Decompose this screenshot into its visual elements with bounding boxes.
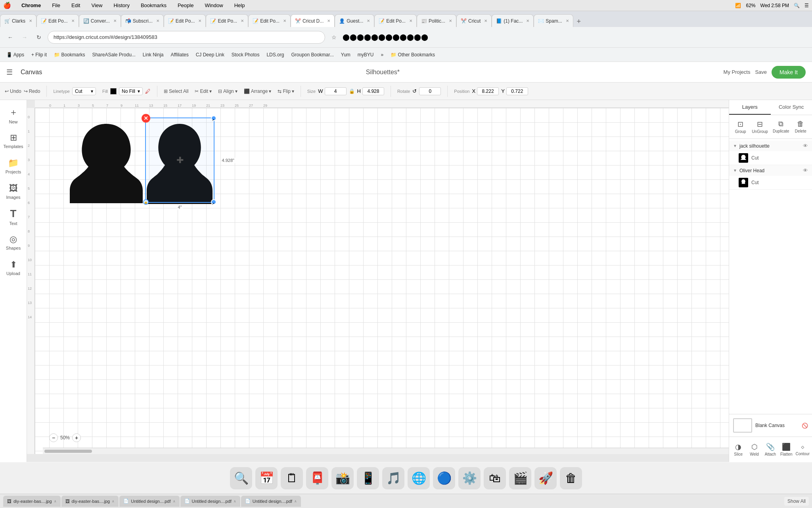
back-button[interactable]: ←: [5, 32, 16, 43]
ft-close-3[interactable]: ∧: [173, 499, 176, 503]
tab-editpo2[interactable]: 📝 Edit Po... ✕: [164, 14, 206, 27]
dock-chrome[interactable]: 🔵: [433, 467, 455, 489]
dock-trash[interactable]: 🗑: [560, 467, 582, 489]
bookmark-mybyu[interactable]: myBYU: [354, 50, 377, 59]
zoom-out-button[interactable]: −: [49, 433, 58, 442]
file-tab-4[interactable]: 📄 Untitled design....pdf ∧: [180, 496, 240, 507]
bookmark-star[interactable]: ☆: [328, 32, 339, 43]
tab-spam[interactable]: ✉️ Spam... ✕: [534, 14, 573, 27]
dock-preferences[interactable]: ⚙️: [458, 467, 481, 489]
tab-cricut2[interactable]: ✂️ Cricut ✕: [456, 14, 492, 27]
tab-editpo3[interactable]: 📝 Edit Po... ✕: [206, 14, 248, 27]
ft-close-5[interactable]: ∧: [294, 499, 297, 503]
tab-politic[interactable]: 📰 Politic... ✕: [417, 14, 456, 27]
arrange-button[interactable]: ⬛ Arrange ▾: [244, 89, 272, 94]
spotlight-icon[interactable]: 🔍: [794, 3, 800, 8]
show-all-button[interactable]: Show All: [784, 497, 809, 506]
tab-close-subscri[interactable]: ✕: [156, 19, 159, 23]
layer-header-jack[interactable]: ▼ jack silhouette 👁: [729, 140, 812, 151]
tab-subscri[interactable]: 📬 Subscri... ✕: [121, 14, 164, 27]
menu-file[interactable]: File: [50, 2, 63, 8]
tab-close-editpo4[interactable]: ✕: [283, 19, 286, 23]
scroll-thumb[interactable]: [44, 450, 92, 453]
close-selection-button[interactable]: ✕: [142, 114, 150, 123]
refresh-button[interactable]: ↻: [33, 32, 44, 43]
tab-close-cricut[interactable]: ✕: [327, 19, 330, 23]
tab-color-sync[interactable]: Color Sync: [771, 100, 812, 115]
width-input[interactable]: 4: [325, 87, 347, 95]
tab-close-clarks[interactable]: ✕: [29, 19, 32, 23]
new-tab-button[interactable]: +: [573, 16, 584, 27]
tab-close-guest[interactable]: ✕: [367, 19, 370, 23]
sidebar-item-projects[interactable]: 📁 Projects: [2, 154, 25, 178]
layer-header-oliver[interactable]: ▼ Oliver Head 👁: [729, 165, 812, 176]
sidebar-item-new[interactable]: ＋ New: [2, 103, 25, 127]
bookmark-otherbookmarks[interactable]: 📁 Other Bookmarks: [387, 50, 438, 59]
ft-close-1[interactable]: ∧: [54, 499, 57, 503]
forward-button[interactable]: →: [19, 32, 30, 43]
group-button[interactable]: ⊡ Group: [732, 117, 749, 136]
tab-close-facebook[interactable]: ✕: [526, 19, 529, 23]
dock-launchpad[interactable]: 🚀: [534, 467, 557, 489]
sidebar-item-shapes[interactable]: ◎ Shapes: [2, 230, 25, 254]
bookmark-lds[interactable]: LDS.org: [263, 50, 287, 59]
menu-help[interactable]: Help: [232, 2, 247, 8]
zoom-in-button[interactable]: +: [72, 433, 81, 442]
attach-button[interactable]: 📎 Attach: [763, 440, 778, 459]
dock-appstore[interactable]: 🛍: [484, 467, 506, 489]
handle-bottom-left[interactable]: 🔒: [143, 199, 149, 205]
make-it-button[interactable]: Make It: [772, 66, 806, 79]
dock-mail[interactable]: 📮: [306, 467, 328, 489]
eye-jack[interactable]: 👁: [803, 143, 808, 149]
tab-close-conver[interactable]: ✕: [113, 19, 117, 23]
url-bar[interactable]: https://design.cricut.com/#/design/13840…: [48, 31, 325, 44]
flatten-button[interactable]: ⬛ Flatten: [779, 440, 794, 459]
height-input[interactable]: 4.928: [362, 87, 384, 95]
tab-close-editpo1[interactable]: ✕: [71, 19, 75, 23]
duplicate-button[interactable]: ⧉ Duplicate: [771, 117, 791, 136]
ft-close-2[interactable]: ∧: [112, 499, 115, 503]
fill-color-swatch[interactable]: [110, 88, 117, 94]
dock-facetime[interactable]: 📱: [357, 467, 379, 489]
bookmark-bookmarks[interactable]: 📁 Bookmarks: [51, 50, 88, 59]
bookmark-apps[interactable]: 📱 Apps: [3, 50, 27, 59]
contour-button[interactable]: ⬦ Contour: [795, 440, 810, 459]
dock-imovie[interactable]: 🎬: [509, 467, 531, 489]
file-tab-3[interactable]: 📄 Untitled design....pdf ∧: [119, 496, 179, 507]
bookmark-affiliates[interactable]: Affiliates: [168, 50, 192, 59]
menu-chrome[interactable]: Chrome: [19, 2, 43, 8]
slice-button[interactable]: ◑ Slice: [731, 440, 746, 459]
bookmark-more[interactable]: »: [378, 50, 387, 59]
bookmark-cjdeep[interactable]: CJ Deep Link: [193, 50, 228, 59]
bookmark-linkninja[interactable]: Link Ninja: [140, 50, 167, 59]
menu-view[interactable]: View: [89, 2, 105, 8]
tab-editpo1[interactable]: 📝 Edit Po... ✕: [36, 14, 79, 27]
blank-canvas-eye[interactable]: 🚫: [802, 423, 808, 429]
horizontal-scrollbar[interactable]: [43, 448, 729, 454]
linetype-select[interactable]: Cut ▾: [72, 87, 96, 95]
canvas-grid[interactable]: ✕ ✚ ↗ 🔒 ↗ 4.928" 4": [35, 108, 729, 454]
tab-editpo5[interactable]: 📝 Edit Po... ✕: [374, 14, 417, 27]
flip-button[interactable]: ⇆ Flip ▾: [278, 89, 294, 94]
sidebar-item-text[interactable]: T Text: [2, 205, 25, 229]
bookmark-shareasale[interactable]: ShareASale Produ...: [89, 50, 138, 59]
layer-child-jack-cut[interactable]: Cut: [729, 151, 812, 165]
tab-layers[interactable]: Layers: [729, 100, 771, 115]
canvas-area[interactable]: 0 1 3 5 7 9 11 13 15 17 19 21 23 25 27 2…: [27, 100, 729, 462]
file-tab-1[interactable]: 🖼 diy-easter-bas....jpg ∧: [3, 496, 61, 507]
bookmark-groupon[interactable]: Groupon Bookmar...: [288, 50, 337, 59]
file-tab-5[interactable]: 📄 Untitled design....pdf ∧: [241, 496, 301, 507]
hamburger-menu[interactable]: ☰: [6, 68, 13, 77]
rotate-input[interactable]: 0: [419, 87, 441, 95]
edit-button[interactable]: ✂ Edit ▾: [195, 89, 212, 94]
notification-icon[interactable]: ☰: [804, 3, 809, 8]
menu-history[interactable]: History: [111, 2, 132, 8]
handle-top-right[interactable]: ↗: [211, 115, 216, 121]
tab-close-editpo5[interactable]: ✕: [409, 19, 412, 23]
bookmark-stockphotos[interactable]: Stock Photos: [228, 50, 263, 59]
dock-notes[interactable]: 🗒: [281, 467, 303, 489]
tab-facebook[interactable]: 📘 (1) Fac... ✕: [492, 14, 534, 27]
tab-close-spam[interactable]: ✕: [566, 19, 569, 23]
fill-select[interactable]: No Fill ▾: [119, 87, 143, 95]
file-tab-2[interactable]: 🖼 diy-easter-bas....jpg ∧: [61, 496, 119, 507]
